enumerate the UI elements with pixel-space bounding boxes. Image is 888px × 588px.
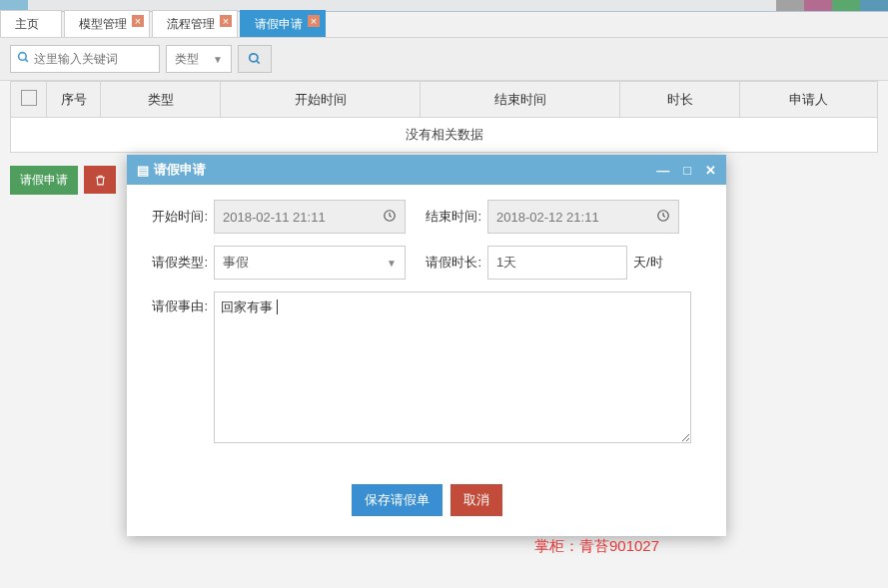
tab-bar: 主页 模型管理× 流程管理× 请假申请×: [0, 12, 888, 38]
svg-point-2: [250, 54, 258, 62]
reason-textarea[interactable]: 回家有事: [214, 292, 691, 443]
start-time-input[interactable]: 2018-02-11 21:11: [214, 200, 406, 234]
duration-label: 请假时长:: [416, 254, 481, 272]
maximize-icon[interactable]: □: [683, 163, 691, 178]
tab-process[interactable]: 流程管理×: [152, 10, 238, 37]
duration-input[interactable]: 1天: [487, 246, 627, 280]
leave-type-select[interactable]: 事假 ▼: [214, 246, 406, 280]
reason-label: 请假事由:: [142, 297, 208, 315]
search-button[interactable]: [238, 45, 272, 73]
svg-line-1: [25, 59, 28, 62]
watermark: 掌柜：青苔901027: [534, 537, 659, 556]
svg-line-3: [257, 61, 260, 64]
checkbox[interactable]: [21, 90, 37, 106]
th-applicant: 申请人: [740, 82, 878, 118]
th-duration: 时长: [620, 82, 740, 118]
dialog-footer: 保存请假单 取消: [127, 470, 726, 536]
clock-icon[interactable]: [383, 209, 397, 226]
th-end: 结束时间: [421, 82, 620, 118]
leave-dialog: ▤ 请假申请 — □ ✕ 开始时间: 2018-02-11 21:11 结束时间…: [127, 155, 726, 536]
window-controls: — □ ✕: [656, 163, 716, 178]
cancel-button[interactable]: 取消: [450, 484, 502, 516]
type-select[interactable]: 类型▼: [166, 45, 232, 73]
duration-unit: 天/时: [633, 254, 663, 272]
close-icon[interactable]: ×: [308, 15, 320, 27]
end-label: 结束时间:: [416, 208, 481, 226]
svg-point-0: [19, 53, 27, 61]
data-table: 序号 类型 开始时间 结束时间 时长 申请人 没有相关数据: [10, 81, 878, 153]
close-icon[interactable]: ×: [132, 15, 144, 27]
type-label: 请假类型:: [142, 254, 208, 272]
th-type: 类型: [101, 82, 221, 118]
search-input-wrap[interactable]: [10, 45, 160, 73]
clock-icon[interactable]: [656, 209, 670, 226]
th-index: 序号: [47, 82, 101, 118]
delete-button[interactable]: [84, 166, 116, 194]
trash-icon: [94, 174, 107, 187]
empty-row: 没有相关数据: [11, 118, 878, 153]
form-icon: ▤: [137, 163, 149, 178]
th-check: [11, 82, 47, 118]
dialog-header[interactable]: ▤ 请假申请 — □ ✕: [127, 155, 726, 185]
close-icon[interactable]: ×: [220, 15, 232, 27]
tab-model[interactable]: 模型管理×: [64, 10, 150, 37]
chevron-down-icon: ▼: [213, 54, 223, 65]
filter-bar: 类型▼: [0, 38, 888, 81]
th-start: 开始时间: [221, 82, 421, 118]
start-label: 开始时间:: [142, 208, 208, 226]
apply-button[interactable]: 请假申请: [10, 166, 78, 195]
end-time-input[interactable]: 2018-02-12 21:11: [487, 200, 679, 234]
search-input[interactable]: [34, 52, 153, 66]
chevron-down-icon: ▼: [387, 258, 397, 269]
close-icon[interactable]: ✕: [705, 163, 716, 178]
save-button[interactable]: 保存请假单: [352, 484, 443, 516]
tab-home[interactable]: 主页: [0, 10, 62, 37]
search-icon: [17, 51, 30, 67]
tab-leave[interactable]: 请假申请×: [240, 10, 326, 37]
dialog-title: 请假申请: [154, 161, 206, 179]
minimize-icon[interactable]: —: [656, 163, 669, 178]
